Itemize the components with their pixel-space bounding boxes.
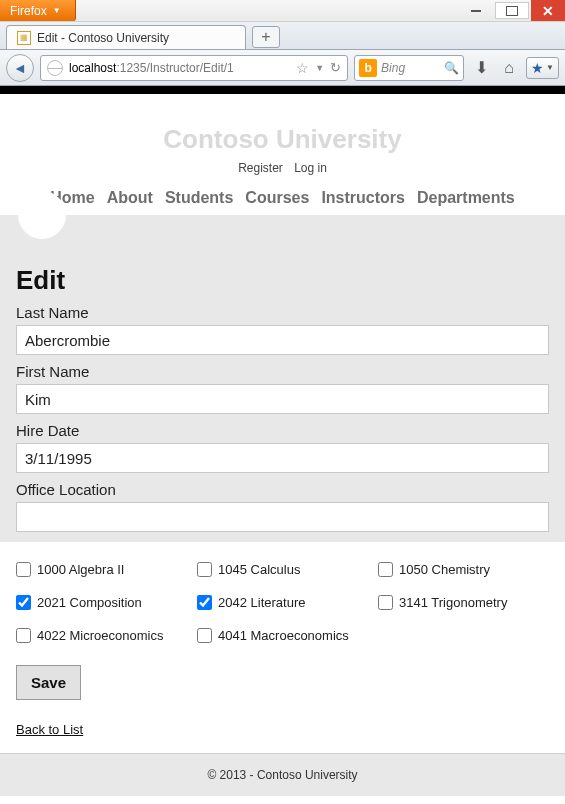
course-checkbox-input[interactable] xyxy=(378,562,393,577)
course-checkbox[interactable]: 1050 Chemistry xyxy=(378,562,549,577)
office-location-input[interactable] xyxy=(16,502,549,532)
course-checkbox[interactable]: 4041 Macroeconomics xyxy=(197,628,368,643)
nav-departments[interactable]: Departments xyxy=(417,189,515,207)
course-checkbox-input[interactable] xyxy=(16,562,31,577)
courses-section: 1000 Algebra II1045 Calculus1050 Chemist… xyxy=(0,542,565,753)
url-path: :1235/Instructor/Edit/1 xyxy=(116,61,233,75)
globe-icon xyxy=(47,60,63,76)
back-button[interactable]: ◄ xyxy=(6,54,34,82)
site-title: Contoso University xyxy=(0,124,565,155)
bookmarks-menu-button[interactable]: ★ ▼ xyxy=(526,57,559,79)
page-favicon-icon: ▦ xyxy=(17,31,31,45)
course-checkbox-input[interactable] xyxy=(378,595,393,610)
form-area: Edit Last Name First Name Hire Date Offi… xyxy=(0,251,565,542)
reload-icon[interactable]: ↻ xyxy=(330,60,341,75)
search-icon[interactable]: 🔍 xyxy=(444,61,459,75)
course-label: 1000 Algebra II xyxy=(37,562,124,577)
course-checkbox[interactable]: 4022 Microeconomics xyxy=(16,628,187,643)
main-nav: Home About Students Courses Instructors … xyxy=(0,189,565,207)
browser-toolbar: ◄ localhost:1235/Instructor/Edit/1 ☆ ▼ ↻… xyxy=(0,50,565,86)
page-content: Contoso University Register Log in Home … xyxy=(0,94,565,796)
page-heading: Edit xyxy=(16,265,549,296)
course-label: 1045 Calculus xyxy=(218,562,300,577)
hire-date-label: Hire Date xyxy=(16,422,549,439)
new-tab-button[interactable]: + xyxy=(252,26,280,48)
avatar xyxy=(18,191,66,239)
account-links: Register Log in xyxy=(0,161,565,175)
nav-instructors[interactable]: Instructors xyxy=(321,189,405,207)
course-checkbox-input[interactable] xyxy=(16,628,31,643)
office-location-label: Office Location xyxy=(16,481,549,498)
course-checkbox-input[interactable] xyxy=(197,595,212,610)
downloads-icon[interactable]: ⬇ xyxy=(470,58,492,77)
course-checkbox-input[interactable] xyxy=(16,595,31,610)
course-label: 1050 Chemistry xyxy=(399,562,490,577)
course-label: 3141 Trigonometry xyxy=(399,595,507,610)
tab-strip: ▦ Edit - Contoso University + xyxy=(0,22,565,50)
firefox-menu-button[interactable]: Firefox ▼ xyxy=(0,0,76,21)
url-host: localhost xyxy=(69,61,116,75)
avatar-row xyxy=(0,215,565,251)
nav-students[interactable]: Students xyxy=(165,189,233,207)
last-name-label: Last Name xyxy=(16,304,549,321)
login-link[interactable]: Log in xyxy=(294,161,327,175)
course-checkbox[interactable]: 2042 Literature xyxy=(197,595,368,610)
window-titlebar: Firefox ▼ ✕ xyxy=(0,0,565,22)
nav-about[interactable]: About xyxy=(107,189,153,207)
nav-courses[interactable]: Courses xyxy=(245,189,309,207)
course-checkbox[interactable]: 2021 Composition xyxy=(16,595,187,610)
page-topbar xyxy=(0,86,565,94)
search-placeholder: Bing xyxy=(381,61,405,75)
bing-logo-icon: b xyxy=(359,59,377,77)
last-name-input[interactable] xyxy=(16,325,549,355)
address-bar[interactable]: localhost:1235/Instructor/Edit/1 ☆ ▼ ↻ xyxy=(40,55,348,81)
course-checkbox[interactable]: 1000 Algebra II xyxy=(16,562,187,577)
search-box[interactable]: b Bing 🔍 xyxy=(354,55,464,81)
course-checkbox-input[interactable] xyxy=(197,628,212,643)
register-link[interactable]: Register xyxy=(238,161,283,175)
browser-tab-active[interactable]: ▦ Edit - Contoso University xyxy=(6,25,246,49)
hire-date-input[interactable] xyxy=(16,443,549,473)
firefox-menu-label: Firefox xyxy=(10,4,47,18)
tab-title: Edit - Contoso University xyxy=(37,31,169,45)
back-to-list-link[interactable]: Back to List xyxy=(16,722,83,737)
window-maximize-button[interactable] xyxy=(495,2,529,19)
course-label: 2021 Composition xyxy=(37,595,142,610)
course-label: 4022 Microeconomics xyxy=(37,628,163,643)
course-checkbox[interactable]: 1045 Calculus xyxy=(197,562,368,577)
home-icon[interactable]: ⌂ xyxy=(498,59,520,77)
window-close-button[interactable]: ✕ xyxy=(531,0,565,21)
page-footer: © 2013 - Contoso University xyxy=(0,753,565,796)
first-name-input[interactable] xyxy=(16,384,549,414)
save-button[interactable]: Save xyxy=(16,665,81,700)
course-checkbox[interactable]: 3141 Trigonometry xyxy=(378,595,549,610)
bookmarks-star-icon: ★ xyxy=(531,60,544,76)
url-dropdown-icon[interactable]: ▼ xyxy=(315,63,324,73)
window-minimize-button[interactable] xyxy=(459,0,493,21)
dropdown-icon: ▼ xyxy=(53,6,61,15)
course-label: 4041 Macroeconomics xyxy=(218,628,349,643)
course-checkbox-input[interactable] xyxy=(197,562,212,577)
course-label: 2042 Literature xyxy=(218,595,305,610)
bookmark-star-icon[interactable]: ☆ xyxy=(296,60,309,76)
chevron-down-icon: ▼ xyxy=(546,63,554,72)
first-name-label: First Name xyxy=(16,363,549,380)
